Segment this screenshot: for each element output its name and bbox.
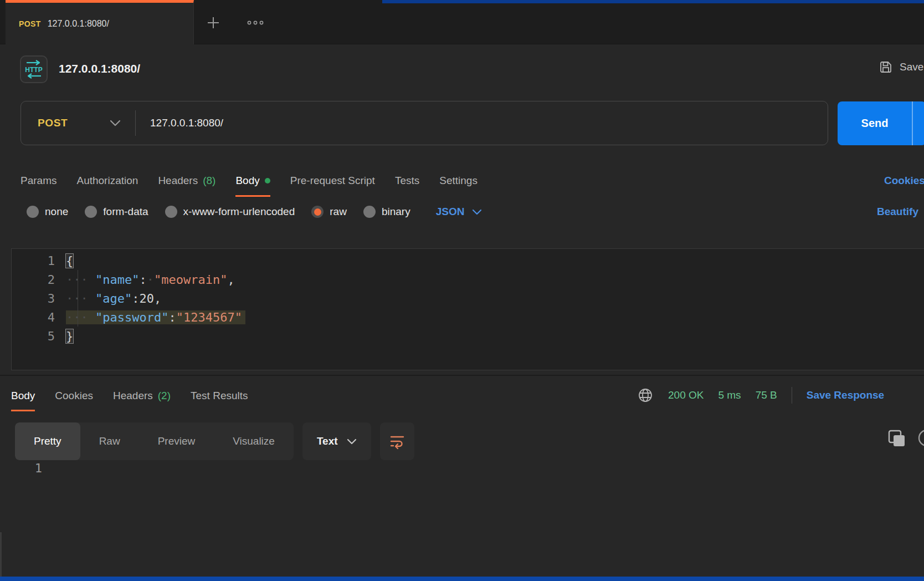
copy-response-button[interactable]	[886, 428, 907, 451]
tab-body[interactable]: Body	[235, 166, 270, 197]
view-visualize[interactable]: Visualize	[214, 422, 294, 460]
beautify-link[interactable]: Beautify	[877, 206, 918, 218]
app-window: { "colors": { "accent_orange": "#ff6c37"…	[0, 0, 924, 581]
view-label: Pretty	[34, 435, 61, 447]
token-string: "1234567"	[176, 310, 242, 324]
copy-icon	[886, 428, 907, 449]
response-meta: 200 OK 5 ms 75 B Save Response	[637, 381, 884, 409]
mode-label: x-www-form-urlencoded	[183, 206, 295, 218]
token-number: 20	[139, 292, 154, 305]
mode-x-www-form-urlencoded[interactable]: x-www-form-urlencoded	[165, 206, 295, 218]
response-toolbar: Pretty Raw Preview Visualize Text	[15, 422, 414, 460]
cookies-link[interactable]: Cookies	[884, 166, 924, 195]
send-options-button[interactable]	[913, 101, 924, 145]
response-tab-test-results[interactable]: Test Results	[191, 381, 248, 411]
token-key: "age"	[95, 292, 132, 305]
format-dropdown[interactable]: Text	[302, 422, 371, 460]
chevron-down-icon	[110, 120, 121, 126]
tab-params[interactable]: Params	[20, 166, 57, 197]
editor-line-highlighted: 4 ··· "password":"1234567"	[12, 308, 924, 327]
token-colon: :	[132, 292, 139, 305]
tab-method-label: POST	[19, 19, 41, 28]
mode-raw[interactable]: raw	[311, 206, 347, 218]
headers-count-badge: (2)	[158, 390, 171, 402]
request-tab[interactable]: POST 127.0.0.1:8080/	[6, 0, 194, 44]
token-indent: ···	[66, 292, 95, 305]
line-number: 1	[12, 254, 55, 268]
status-badge[interactable]: 200 OK	[668, 389, 704, 401]
view-preview[interactable]: Preview	[139, 422, 214, 460]
tab-tests[interactable]: Tests	[395, 166, 419, 197]
response-body-area[interactable]	[11, 458, 924, 577]
body-mode-row: none form-data x-www-form-urlencoded raw…	[0, 197, 924, 226]
chevron-down-icon	[347, 439, 357, 445]
request-tabs: Params Authorization Headers (8) Body Pr…	[0, 166, 924, 197]
token-comma: ,	[154, 292, 161, 305]
save-button[interactable]: Save	[879, 60, 923, 74]
editor-line: 1 {	[12, 251, 924, 270]
tab-label: Tests	[395, 175, 419, 187]
tab-label: Test Results	[191, 390, 248, 402]
meta-divider	[792, 387, 792, 404]
method-dropdown[interactable]: POST	[21, 101, 135, 145]
token-indent: ···	[66, 273, 95, 287]
token-colon: :	[139, 273, 146, 287]
body-modified-dot	[265, 178, 270, 184]
radio-selected-icon	[311, 206, 324, 218]
token-key: "name"	[95, 273, 139, 287]
radio-icon	[363, 206, 376, 218]
response-size[interactable]: 75 B	[756, 389, 777, 401]
view-raw[interactable]: Raw	[80, 422, 139, 460]
indent-guide	[78, 270, 78, 327]
url-input[interactable]	[136, 101, 828, 145]
token-indent: ···	[66, 310, 95, 324]
token-colon: :	[168, 310, 176, 324]
mode-none[interactable]: none	[27, 206, 68, 218]
format-label: Text	[317, 435, 338, 447]
new-tab-button[interactable]	[202, 11, 225, 34]
wrap-text-button[interactable]	[380, 422, 414, 460]
tab-settings[interactable]: Settings	[439, 166, 478, 197]
line-number: 5	[12, 329, 55, 343]
tab-options-button[interactable]	[244, 11, 267, 34]
response-time[interactable]: 5 ms	[718, 389, 741, 401]
language-dropdown[interactable]: JSON	[436, 206, 482, 218]
radio-icon	[27, 206, 39, 218]
editor-line: 3 ··· "age":20,	[12, 289, 924, 308]
save-response-button[interactable]: Save Response	[807, 389, 884, 401]
window-accent-strip-bottom	[0, 577, 924, 581]
send-button-label: Send	[838, 101, 912, 145]
view-switcher: Pretty Raw Preview Visualize	[15, 422, 294, 460]
token-brace: }	[66, 329, 73, 343]
search-icon	[916, 427, 924, 449]
http-badge-text: HTTP	[25, 66, 42, 74]
request-body-editor[interactable]: 1 { 2 ··· "name":·"meowrain", 3 ··· "age…	[11, 248, 924, 370]
wrap-text-icon	[388, 432, 406, 450]
mode-binary[interactable]: binary	[363, 206, 410, 218]
request-response-divider	[0, 375, 924, 376]
response-tab-headers[interactable]: Headers (2)	[113, 381, 171, 411]
view-pretty[interactable]: Pretty	[15, 422, 80, 460]
tab-label: Authorization	[76, 175, 138, 187]
editor-line: 5 }	[12, 327, 924, 345]
tab-authorization[interactable]: Authorization	[76, 166, 138, 197]
mode-form-data[interactable]: form-data	[85, 206, 148, 218]
tab-label: Cookies	[55, 390, 93, 402]
tab-label: Params	[20, 175, 57, 187]
tab-label: Body	[235, 175, 259, 187]
send-button[interactable]: Send	[838, 101, 924, 145]
line-number: 2	[12, 273, 55, 287]
globe-icon[interactable]	[637, 387, 654, 404]
tab-headers[interactable]: Headers (8)	[158, 166, 215, 197]
view-label: Preview	[158, 435, 196, 447]
line-number: 4	[12, 310, 55, 324]
search-response-button[interactable]	[916, 427, 924, 451]
line-number: 3	[12, 292, 55, 305]
tab-pre-request-script[interactable]: Pre-request Script	[290, 166, 375, 197]
radio-icon	[165, 206, 177, 218]
token-space: ·	[147, 273, 154, 287]
response-tab-cookies[interactable]: Cookies	[55, 381, 93, 411]
mode-label: raw	[330, 206, 347, 218]
token-string: "meowrain"	[154, 273, 227, 287]
response-tab-body[interactable]: Body	[11, 381, 35, 411]
